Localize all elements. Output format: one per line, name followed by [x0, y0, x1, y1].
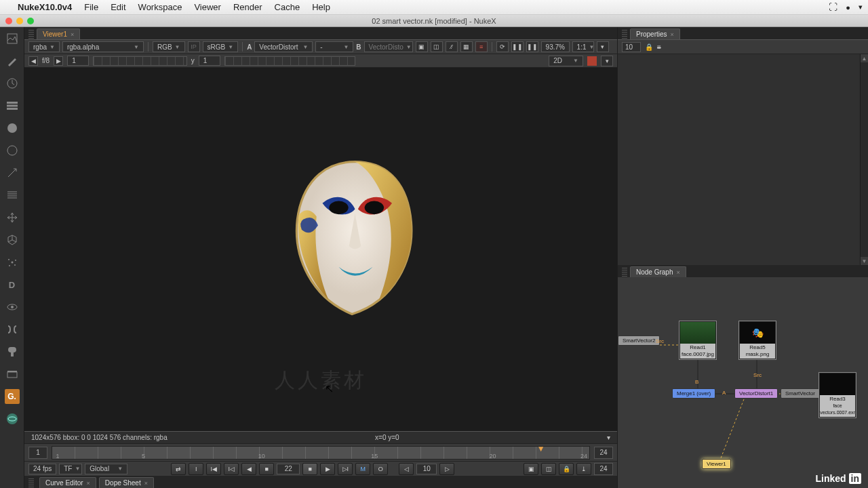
menu-cache[interactable]: Cache — [275, 2, 300, 12]
playhead-icon[interactable]: ▼ — [537, 444, 545, 453]
tf-dropdown[interactable]: TF▼ — [59, 464, 82, 474]
menu-help[interactable]: Help — [312, 2, 330, 12]
tool-furnace-icon[interactable] — [5, 411, 20, 426]
current-frame[interactable]: 22 — [277, 464, 300, 474]
tool-channel-icon[interactable] — [5, 98, 20, 113]
gamma-slider[interactable] — [224, 56, 355, 66]
next-icon[interactable]: ▶ — [54, 56, 63, 66]
go-first-icon[interactable]: I◀ — [206, 463, 221, 475]
bg-red-swatch[interactable] — [587, 56, 597, 66]
tool-transform-icon[interactable] — [5, 210, 20, 225]
timeline-track[interactable]: 1 5 10 15 20 24 ▼ — [52, 446, 590, 460]
swatch-menu-icon[interactable]: ▾ — [601, 56, 613, 66]
clip-icon[interactable]: ▣ — [416, 41, 428, 52]
zoom-menu-icon[interactable]: ▾ — [597, 41, 609, 52]
tool-color-icon[interactable] — [5, 121, 20, 136]
node-read5[interactable]: 🎭 Read5mask.png — [738, 321, 776, 360]
play-fwd-icon[interactable]: ▶ — [320, 463, 335, 475]
timeline-end[interactable]: 24 — [594, 447, 613, 459]
node-read1[interactable]: Read1face.0007.jpg — [679, 321, 717, 360]
timeline-start[interactable]: 1 — [28, 447, 47, 459]
menubar-extra-icon[interactable]: ● — [846, 3, 850, 12]
pause-icon[interactable]: ❚❚ — [511, 41, 524, 52]
layer-dropdown[interactable]: rgba.alpha▼ — [62, 41, 144, 52]
zoom-window-icon[interactable] — [27, 18, 34, 24]
view-mode-dropdown[interactable]: 2D▼ — [549, 56, 583, 66]
tool-merge-icon[interactable] — [5, 188, 20, 203]
close-tab2-icon[interactable]: × — [87, 480, 90, 487]
channels-dropdown[interactable]: rgba▼ — [28, 41, 60, 52]
timeline[interactable]: 1 1 5 10 15 20 24 ▼ 24 — [24, 443, 617, 461]
tool-filter-icon[interactable] — [5, 143, 20, 158]
export-icon[interactable]: ⤓ — [576, 463, 591, 475]
menu-render[interactable]: Render — [233, 2, 262, 12]
app-name[interactable]: NukeX10.0v4 — [18, 2, 72, 12]
node-vectordistort1[interactable]: VectorDistort1 — [734, 388, 778, 399]
menu-viewer[interactable]: Viewer — [194, 2, 221, 12]
viewer-viewport[interactable]: 人人素材 — [24, 68, 617, 431]
flipbook-icon[interactable]: ◫ — [541, 463, 556, 475]
close-tab4-icon[interactable]: × — [671, 31, 674, 38]
close-window-icon[interactable] — [5, 18, 12, 24]
menu-workspace[interactable]: Workspace — [138, 2, 182, 12]
fullscreen-icon[interactable]: ⛶ — [829, 2, 837, 12]
menu-file[interactable]: File — [84, 2, 98, 12]
tool-image-icon[interactable] — [5, 31, 20, 46]
input-a-dropdown[interactable]: VectorDistort▼ — [254, 41, 313, 52]
stop-icon[interactable]: ■ — [259, 463, 274, 475]
panel-drag3-icon[interactable] — [622, 30, 627, 39]
zoom-pct[interactable]: 93.7% — [541, 41, 570, 52]
tab-nodegraph[interactable]: Node Graph× — [630, 266, 686, 277]
lock-icon[interactable]: 🔒 — [559, 463, 574, 475]
panel-drag-icon[interactable] — [28, 30, 34, 39]
refresh-icon[interactable]: ⟳ — [496, 41, 509, 52]
wipe-icon[interactable]: ≡ — [475, 41, 488, 52]
play-rev-icon[interactable]: ◀ — [241, 463, 256, 475]
panel-drag4-icon[interactable] — [622, 268, 627, 277]
playbar-end[interactable]: 24 — [594, 463, 613, 475]
input-b-dropdown[interactable]: VectorDisto▼ — [364, 41, 413, 52]
minimize-window-icon[interactable] — [16, 18, 23, 24]
lock-props-icon[interactable]: 🔒 — [645, 43, 653, 51]
properties-scrollbar[interactable]: ▲▼ — [860, 54, 868, 265]
tool-3d-icon[interactable] — [5, 232, 20, 247]
pause2-icon[interactable]: ❚❚ — [526, 41, 538, 52]
m-button[interactable]: M — [355, 463, 370, 475]
tab-properties[interactable]: Properties× — [630, 28, 680, 39]
colorspace-dropdown[interactable]: sRGB▼ — [203, 41, 239, 52]
fps-dropdown[interactable]: 24 fps — [28, 464, 56, 474]
tool-deep-icon[interactable]: D — [5, 277, 20, 292]
tool-keyer-icon[interactable] — [5, 165, 20, 180]
node-viewer1[interactable]: Viewer1 — [702, 459, 731, 469]
in-point-icon[interactable]: I — [189, 463, 203, 475]
skip-amount[interactable]: 10 — [416, 464, 437, 474]
proxy-icon[interactable]: ⫽ — [446, 41, 458, 52]
tool-other-icon[interactable] — [5, 367, 20, 382]
tab-viewer1[interactable]: Viewer1 × — [37, 28, 80, 39]
tool-views-icon[interactable] — [5, 300, 20, 314]
gamma-input[interactable]: 1 — [199, 56, 220, 66]
out-point-icon[interactable]: O — [373, 463, 388, 475]
display-dropdown[interactable]: RGB▼ — [153, 41, 185, 52]
roi-icon[interactable]: ◫ — [431, 41, 443, 52]
tool-toolsets-icon[interactable] — [5, 344, 20, 359]
range-dropdown[interactable]: Global▼ — [85, 464, 127, 474]
node-smartvector[interactable]: SmartVector — [781, 388, 820, 399]
step-prev-key-icon[interactable]: I◁ — [224, 463, 239, 475]
skip-fwd-icon[interactable]: ▷ — [439, 463, 454, 475]
close-tab-icon[interactable]: × — [71, 31, 74, 38]
tool-draw-icon[interactable] — [5, 54, 20, 68]
overlay-icon[interactable]: ▦ — [460, 41, 473, 52]
gain-input[interactable]: 1 — [67, 56, 89, 66]
node-merge1[interactable]: Merge1 (over) — [672, 388, 715, 399]
properties-count-input[interactable] — [622, 42, 641, 52]
close-tab3-icon[interactable]: × — [144, 480, 148, 487]
gain-slider[interactable] — [93, 56, 187, 66]
clear-props-icon[interactable]: ≡ — [657, 43, 661, 51]
menubar-extra2-icon[interactable]: ▾ — [859, 3, 863, 12]
step-next-key-icon[interactable]: ▷I — [338, 463, 353, 475]
zoom-ratio[interactable]: 1:1▼ — [572, 41, 594, 52]
close-tab5-icon[interactable]: × — [676, 269, 679, 276]
capture-icon[interactable]: ▣ — [524, 463, 538, 475]
prev-icon[interactable]: ◀ — [28, 56, 38, 66]
